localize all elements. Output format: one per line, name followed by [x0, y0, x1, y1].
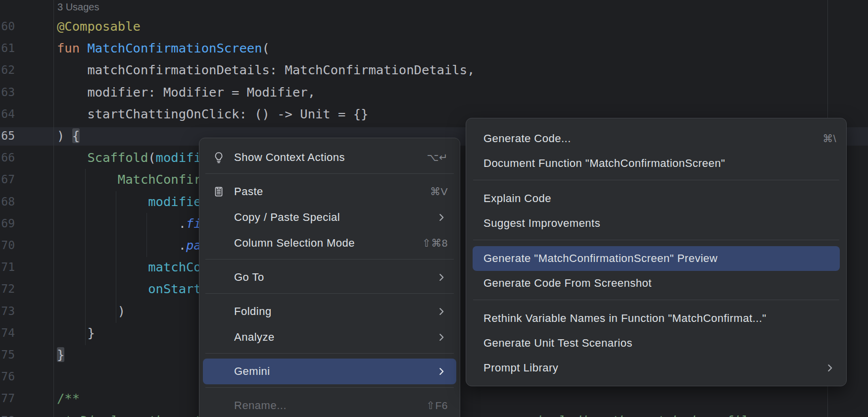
code-line[interactable]: ) {	[57, 125, 80, 147]
line-number[interactable]: 68	[0, 191, 15, 212]
line-number[interactable]: 69	[0, 212, 15, 234]
line-number[interactable]: 74	[0, 322, 15, 344]
menu-separator	[205, 173, 454, 174]
menu-item-paste[interactable]: Paste⌘V	[199, 179, 460, 205]
code-line[interactable]: .fil	[57, 212, 209, 234]
menu-item-label: Generate Code...	[483, 132, 814, 145]
menu-item-generate-unit-test-scenarios[interactable]: Generate Unit Test Scenarios	[466, 331, 846, 356]
menu-item-label: Folding	[234, 305, 428, 318]
keyboard-shortcut: ⌘\	[822, 133, 836, 145]
gemini-submenu: Generate Code...⌘\Document Function "Mat…	[466, 118, 847, 386]
line-number[interactable]: 66	[0, 147, 15, 168]
code-line[interactable]: matchConfirmationDetails: MatchConfirmat…	[57, 59, 475, 81]
menu-item-suggest-improvements[interactable]: Suggest Improvements	[466, 211, 846, 236]
usages-inlay-hint[interactable]: 3 Usages	[57, 0, 99, 14]
code-line[interactable]: )	[57, 300, 125, 322]
menu-item-prompt-library[interactable]: Prompt Library	[466, 356, 846, 380]
menu-separator	[473, 300, 839, 300]
lightbulb-icon	[212, 151, 234, 164]
menu-item-label: Generate "MatchConfirmationScreen" Previ…	[483, 252, 836, 265]
code-token: (	[148, 150, 155, 165]
line-number[interactable]: 63	[0, 81, 15, 103]
menu-item-gemini[interactable]: Gemini	[203, 359, 456, 384]
menu-item-column-selection-mode[interactable]: Column Selection Mode⇧⌘8	[199, 230, 460, 256]
code-line[interactable]: fun MatchConfirmationScreen(	[57, 37, 270, 59]
menu-item-label: Analyze	[234, 331, 428, 344]
line-number[interactable]: 71	[0, 256, 15, 278]
keyboard-shortcut: ⇧F6	[426, 400, 448, 412]
code-token: .	[57, 238, 186, 253]
menu-item-label: Paste	[234, 185, 421, 198]
chevron-right-icon	[823, 362, 836, 374]
menu-item-label: Generate Unit Test Scenarios	[483, 337, 836, 350]
menu-item-label: Prompt Library	[483, 362, 817, 374]
menu-item-label: Generate Code From Screenshot	[483, 277, 836, 290]
menu-item-generate-code-from-screenshot[interactable]: Generate Code From Screenshot	[466, 271, 846, 296]
code-line[interactable]: .pad	[57, 234, 209, 256]
code-token: /**	[57, 391, 80, 406]
menu-item-analyze[interactable]: Analyze	[199, 324, 460, 350]
code-token: .	[57, 216, 186, 231]
keyboard-shortcut: ⌘V	[430, 186, 448, 198]
code-token	[57, 260, 148, 274]
code-line[interactable]: modifie	[57, 191, 201, 212]
code-line[interactable]: }	[57, 344, 64, 365]
menu-item-label: Explain Code	[483, 192, 836, 205]
line-number[interactable]: 65	[0, 125, 15, 147]
code-line[interactable]: startChattingOnClick: () -> Unit = {}	[57, 103, 368, 125]
menu-item-label: Copy / Paste Special	[234, 211, 428, 224]
menu-item-generate-code[interactable]: Generate Code...⌘\	[466, 126, 846, 151]
menu-separator	[205, 293, 454, 294]
line-number[interactable]: 72	[0, 278, 15, 300]
clipboard-icon	[212, 185, 234, 198]
code-token: {	[72, 128, 80, 143]
menu-separator	[205, 353, 454, 354]
code-token: }	[57, 347, 64, 362]
code-line[interactable]: MatchConfir	[57, 168, 201, 190]
code-line[interactable]: Scaffold(modifie	[57, 147, 209, 168]
menu-item-document-function-matchconfirmationscreen[interactable]: Document Function "MatchConfirmationScre…	[466, 151, 846, 176]
menu-item-rethink-variable-names-in-function-matchconfirmat[interactable]: Rethink Variable Names in Function "Matc…	[466, 306, 846, 331]
menu-item-explain-code[interactable]: Explain Code	[466, 186, 846, 211]
menu-item-generate-matchconfirmationscreen-preview[interactable]: Generate "MatchConfirmationScreen" Previ…	[473, 246, 840, 271]
line-number[interactable]: 60	[0, 15, 15, 37]
code-line[interactable]: /**	[57, 387, 80, 409]
menu-item-show-context-actions[interactable]: Show Context Actions⌥↵	[199, 145, 460, 170]
code-token: Scaffold	[87, 150, 148, 165]
menu-item-folding[interactable]: Folding	[199, 299, 460, 324]
gutter-border	[53, 0, 54, 417]
line-number[interactable]: 62	[0, 59, 15, 81]
code-line[interactable]: onStartC	[57, 278, 209, 300]
code-line[interactable]: @Composable	[57, 15, 141, 37]
line-number[interactable]: 77	[0, 387, 15, 409]
menu-item-go-to[interactable]: Go To	[199, 264, 460, 290]
line-number[interactable]: 76	[0, 365, 15, 387]
menu-separator	[205, 387, 454, 388]
ide-editor-screen: 3 Usages 6061626364656667686970717273747…	[0, 0, 868, 417]
menu-item-label: Show Context Actions	[234, 151, 418, 164]
menu-item-label: Suggest Improvements	[483, 217, 836, 230]
code-token: )	[57, 128, 72, 143]
menu-separator	[473, 240, 839, 240]
line-number[interactable]: 64	[0, 103, 15, 125]
code-token	[57, 172, 118, 187]
line-number[interactable]: 78	[0, 410, 15, 417]
code-line[interactable]: modifier: Modifier = Modifier,	[57, 81, 315, 103]
menu-item-label: Rethink Variable Names in Function "Matc…	[483, 312, 836, 325]
line-number[interactable]: 67	[0, 168, 15, 190]
menu-item-rename[interactable]: Rename...⇧F6	[199, 393, 460, 417]
menu-separator	[473, 180, 839, 180]
line-number[interactable]: 70	[0, 234, 15, 256]
line-number[interactable]: 73	[0, 300, 15, 322]
menu-item-copy-paste-special[interactable]: Copy / Paste Special	[199, 205, 460, 230]
code-token: MatchConfir	[118, 172, 201, 187]
code-line[interactable]: matchCon	[57, 256, 209, 278]
code-line[interactable]: }	[57, 322, 95, 344]
code-token: startChattingOnClick: () -> Unit = {}	[57, 106, 368, 121]
line-number[interactable]: 75	[0, 344, 15, 365]
code-token: MatchConfirmationScreen	[87, 41, 262, 55]
code-token: }	[57, 325, 95, 340]
code-token: fun	[57, 41, 87, 55]
chevron-right-icon	[435, 305, 448, 318]
line-number[interactable]: 61	[0, 37, 15, 59]
